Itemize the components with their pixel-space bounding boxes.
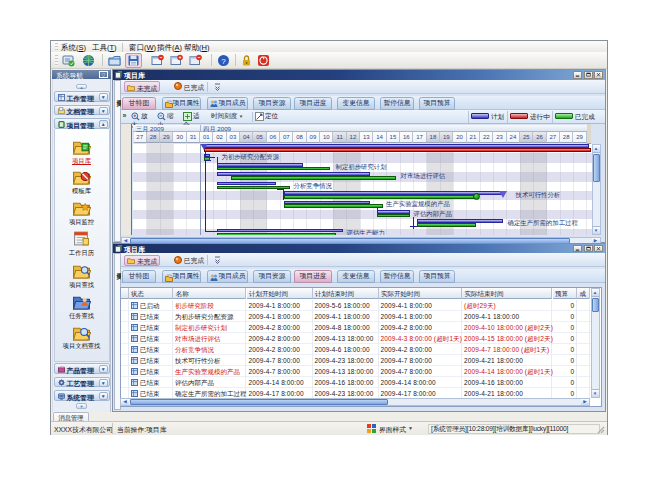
svg-text:?: ? <box>221 56 226 65</box>
